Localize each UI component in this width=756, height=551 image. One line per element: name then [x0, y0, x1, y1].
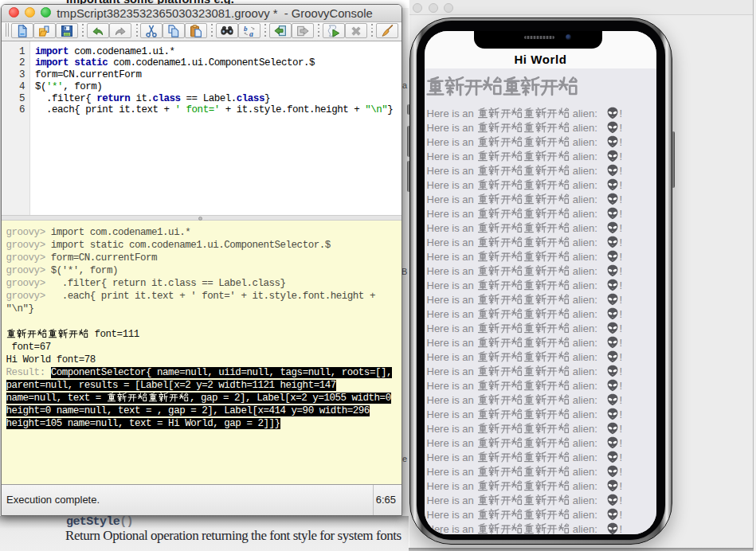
svg-text:a: a: [249, 29, 253, 38]
svg-text:b: b: [244, 24, 248, 32]
